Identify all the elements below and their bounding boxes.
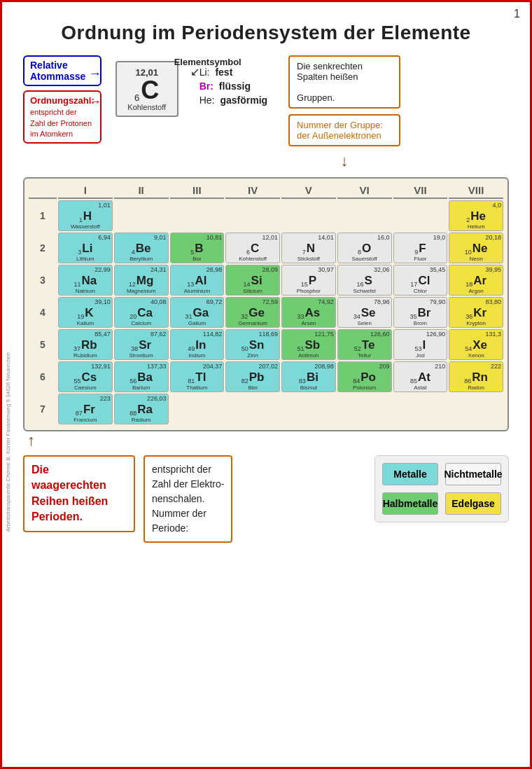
elektronenschalen-box: entspricht derZahl der Elektro-nenschale… <box>144 455 232 543</box>
legend-row-2: Halbmetalle Edelgase <box>382 492 501 515</box>
elem-mass: 40,08 <box>116 299 167 306</box>
brown-arrow-up-icon: ↑ <box>27 431 35 449</box>
elem-mass: 1,01 <box>60 202 111 209</box>
elem-name: Beryllium <box>130 256 153 262</box>
legend-area: RelativeAtommasse Ordnungszahl: entspric… <box>23 55 509 170</box>
elem-name: Magnesium <box>127 288 155 294</box>
header-col-8: VIII <box>449 183 503 199</box>
elem-symbol: Fr <box>83 403 95 417</box>
elem-cell-Te-4-5: 126,6052TeTellur <box>337 329 392 360</box>
swatch-noble: Edelgase <box>445 492 501 515</box>
table-header: I II III IV V VI VII VIII <box>29 183 503 199</box>
perioden-text: Die waagerechtenReihen heißenPerioden. <box>31 464 108 522</box>
elem-name: Chlor <box>414 288 427 294</box>
elem-cell-B-1-2: 10,815BBor <box>170 233 225 263</box>
elem-cell-empty-6-2 <box>170 394 225 424</box>
table-row-7: 722387FrFrancium226,0388RaRadium <box>29 394 503 424</box>
elem-cell-empty-0-1 <box>114 200 169 231</box>
elem-cell-Kr-3-7: 83,8036KrKrypton <box>449 297 503 328</box>
elem-symbol: Na <box>82 274 97 288</box>
relative-atommasse-label: RelativeAtommasse <box>30 60 85 82</box>
elem-num-small: 37 <box>74 345 80 352</box>
elem-symbol: P <box>309 274 316 288</box>
demo-symbol: C <box>141 78 159 103</box>
elem-mass: 85,47 <box>60 331 111 338</box>
elem-num-small: 2 <box>466 216 470 223</box>
elem-mass: 69,72 <box>172 299 223 306</box>
elem-mass: 87,62 <box>116 331 167 338</box>
material-legend: Metalle Nichtmetalle Halbmetalle Edelgas… <box>374 455 509 522</box>
elem-cell-S-2-5: 32,0616SSchwefel <box>337 265 392 296</box>
elem-name: Wasserstoff <box>71 223 100 230</box>
elem-sym-row: 84Po <box>353 370 376 384</box>
elem-cell-As-3-4: 74,9233AsArsen <box>281 297 336 328</box>
elem-symbol: I <box>423 338 426 352</box>
elem-mass: 210 <box>396 363 446 370</box>
elem-name: Helium <box>468 223 485 230</box>
elem-name: Strontium <box>130 352 153 359</box>
elem-mass: 132,91 <box>60 363 111 370</box>
state-liquid-label: Br: <box>200 81 214 92</box>
elem-sym-row: 8O <box>358 242 371 256</box>
elem-mass: 14,01 <box>284 235 334 242</box>
elem-mass: 204,37 <box>172 363 223 370</box>
elem-mass: 79,90 <box>396 299 446 306</box>
elem-name: Jod <box>416 352 425 359</box>
elem-num-small: 6 <box>246 249 250 256</box>
elem-num-small: 18 <box>465 281 472 288</box>
elem-num-small: 19 <box>77 313 84 320</box>
elem-sym-row: 56Ba <box>130 370 153 384</box>
elem-mass: 226,03 <box>116 396 167 403</box>
elem-symbol: Ge <box>248 306 265 320</box>
elem-num-small: 82 <box>241 377 248 384</box>
elem-cell-empty-0-6 <box>393 200 448 231</box>
elem-cell-empty-6-3 <box>225 394 280 424</box>
elem-name: Brom <box>414 320 427 326</box>
elem-mass: 121,75 <box>284 331 334 338</box>
period-arrow-left: ↑ <box>27 431 523 450</box>
elem-num-small: 34 <box>354 313 360 320</box>
elem-num-small: 17 <box>410 281 417 288</box>
table-row-6: 6132,9155CsCaesium137,3356BaBarium204,37… <box>29 361 503 392</box>
swatch-metal: Metalle <box>382 463 438 485</box>
elem-name: Indium <box>188 352 205 359</box>
elem-symbol: Pb <box>249 370 265 384</box>
gruppen-text: Die senkrechtenSpalten heißenGruppen. <box>297 61 363 103</box>
elem-num-small: 85 <box>410 377 417 384</box>
row-num-4: 4 <box>29 297 57 328</box>
elem-mass: 126,60 <box>340 331 390 338</box>
elem-name: Caesium <box>74 384 97 391</box>
elem-num-small: 5 <box>190 249 194 256</box>
state-liquid: Br: flüssig <box>200 81 267 92</box>
elem-mass: 223 <box>60 396 111 403</box>
elem-cell-Se-3-5: 78,9634SeSelen <box>337 297 392 328</box>
elem-name: Silicium <box>243 288 262 294</box>
elem-sym-row: 15P <box>301 274 316 288</box>
elem-sym-row: 10Ne <box>465 242 488 256</box>
elem-sym-row: 2He <box>466 209 486 223</box>
elem-symbol: F <box>419 242 426 256</box>
elem-symbol: Sr <box>139 338 151 352</box>
elem-num-small: 33 <box>298 313 304 320</box>
elem-cell-I-4-6: 126,9053IJod <box>393 329 448 360</box>
elem-mass: 24,31 <box>116 267 167 274</box>
elem-symbol: Cs <box>82 370 97 384</box>
elem-name: Krypton <box>466 320 486 326</box>
elem-name: Germanium <box>238 320 267 326</box>
elem-cell-Be-1-1: 9,014BeBeryllium <box>114 233 169 263</box>
elem-num-small: 88 <box>130 410 136 417</box>
elem-num-small: 16 <box>356 281 363 288</box>
header-col-7: VII <box>393 183 448 199</box>
elem-symbol: Sb <box>305 338 321 352</box>
elem-symbol: He <box>470 209 486 223</box>
elem-symbol: Al <box>195 274 206 288</box>
elem-num-small: 51 <box>298 345 304 352</box>
state-solid-label: Li: <box>200 67 210 78</box>
state-gas-value: gasförmig <box>220 95 267 106</box>
state-gas-label: He: <box>200 95 215 106</box>
elem-mass: 39,95 <box>451 267 501 274</box>
elem-cell-Pb-5-3: 207,0282PbBlei <box>225 361 280 392</box>
legend-row-1: Metalle Nichtmetalle <box>382 463 501 485</box>
row-num-5: 5 <box>29 329 57 360</box>
black-arrow-icon: ↙ <box>190 65 200 78</box>
